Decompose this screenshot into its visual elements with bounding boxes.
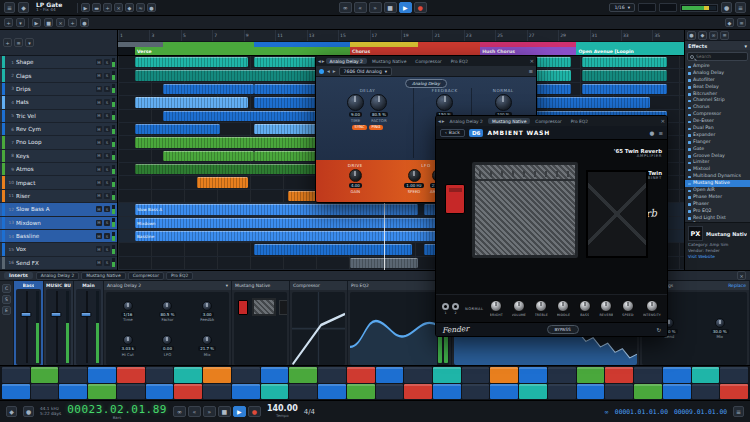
plugin-tab[interactable]: Mustang Native [368,58,410,64]
channel-mode-c[interactable]: C [2,284,11,293]
browser-item[interactable]: Open AIR [685,187,750,194]
tempo-display[interactable]: 140.00 Tempo [267,405,298,418]
toggle-chip[interactable]: PING [369,125,383,131]
track-header[interactable]: 9AtmosMS [0,163,117,176]
mixer-channel[interactable] [519,384,547,400]
knob[interactable] [202,301,212,311]
cabinet-image[interactable] [586,170,648,258]
knob[interactable] [715,318,725,328]
channel-fader[interactable] [76,289,101,365]
mixer-channel[interactable] [203,384,231,400]
mixer-channel[interactable] [174,384,202,400]
stop-button[interactable]: ■ [384,2,397,13]
knob[interactable] [123,335,133,345]
audio-clip[interactable] [254,244,412,254]
mixer-channel[interactable] [174,367,202,383]
solo-button[interactable]: S [104,73,110,79]
mute-button[interactable]: M [96,139,102,145]
audio-clip[interactable]: Bassline [135,231,475,241]
channel-mode-e[interactable]: E [2,306,11,315]
mixer-channel[interactable] [2,384,30,400]
grid-icon[interactable]: ≡ [737,18,746,27]
solo-button[interactable]: S [104,206,110,212]
stop-button[interactable]: ■ [218,406,231,417]
audio-clip[interactable] [197,177,248,187]
audio-clip[interactable]: Slow Bass A [135,204,418,214]
solo-button[interactable]: S [104,166,110,172]
knob[interactable] [162,301,172,311]
track-header[interactable]: 2ClapsMS [0,69,117,82]
mixer-channel[interactable] [347,384,375,400]
solo-button[interactable]: S [104,99,110,105]
mute-button[interactable]: M [96,220,102,226]
track-header[interactable]: 3DripsMS [0,83,117,96]
browser-item[interactable]: Chorus [685,104,750,111]
rec-button[interactable]: ● [248,406,261,417]
track-header[interactable]: 8KeysMS [0,150,117,163]
left-icon[interactable]: ◂ [438,118,441,124]
amp-knob[interactable] [535,300,547,312]
toggle-chip[interactable]: SYNC [352,125,367,131]
marker[interactable]: Chorus [350,47,480,55]
solo-button[interactable]: S [104,113,110,119]
insert-chip[interactable]: Mustang Native [81,272,125,280]
mustang-thumbnail[interactable] [234,292,287,365]
audio-clip[interactable] [163,151,254,161]
mustang-native-window[interactable]: ◂ ▸ Analog Delay 2Mustang NativeCompress… [435,115,668,337]
loop-button[interactable]: ∞ [173,406,186,417]
mixer-channel[interactable] [490,384,518,400]
loop-icon[interactable]: ∞ [604,409,609,415]
plugin-tab[interactable]: Pro EQ2 [567,118,592,124]
browser-item[interactable]: Multiband Dynamics [685,173,750,180]
arrow-tool-icon[interactable]: ▶ [32,18,41,27]
pedal-image[interactable] [445,184,465,214]
track-header[interactable]: 14BasslineMS [0,230,117,243]
mixer-channel[interactable] [117,367,145,383]
browser-item[interactable]: Limiter [685,159,750,166]
browser-item[interactable]: Red Light Dist [685,215,750,222]
prev-preset-icon[interactable]: ◂ [327,68,330,74]
amp-knob[interactable] [600,300,612,312]
mixer-channel[interactable] [663,384,691,400]
audio-clip[interactable] [135,70,344,80]
browser-item[interactable]: Gate [685,146,750,153]
mixer-channel[interactable] [289,384,317,400]
plugin-website-link[interactable]: Visit Website [688,254,747,259]
back-button[interactable]: ‹ Back [440,129,465,137]
track-header[interactable]: 4HatsMS [0,96,117,109]
mixer-channel[interactable] [548,367,576,383]
mute-button[interactable]: M [96,153,102,159]
play-button[interactable]: ▶ [233,406,246,417]
loops-tab-icon[interactable]: ∞ [709,31,718,40]
mixer-channel[interactable] [720,367,748,383]
solo-button[interactable]: S [104,220,110,226]
channel-strip[interactable]: Bass [14,281,44,367]
marker[interactable]: Verse [135,47,350,55]
performance-icon[interactable]: ≡ [733,406,744,417]
settings-icon[interactable]: ◆ [18,2,29,13]
edit-tool-icon-5[interactable]: ≈ [136,3,145,12]
knob[interactable] [347,94,364,111]
fwd-button[interactable]: » [369,2,382,13]
track-header[interactable]: 5Tric VelMS [0,110,117,123]
time-display[interactable]: 00023.02.01.89 Bars [67,404,167,420]
solo-button[interactable]: S [104,193,110,199]
edit-tool-icon-3[interactable]: × [114,3,123,12]
mute-button[interactable]: M [96,99,102,105]
marker[interactable]: Open Avenue [Loopin [576,47,684,55]
mixer-channel[interactable] [59,384,87,400]
plugin-tab[interactable]: Compressor [531,118,565,124]
mixer-channel[interactable] [88,384,116,400]
mute-tool-icon[interactable]: ● [80,18,89,27]
mixer-channel[interactable] [692,384,720,400]
channel-fader[interactable] [46,289,71,365]
solo-button[interactable]: S [104,246,110,252]
track-header[interactable]: 11RiserMS [0,190,117,203]
replace-icon[interactable]: ↻ [656,327,661,333]
browser-item[interactable]: Analog Delay [685,70,750,77]
mixer-channel[interactable] [462,384,490,400]
track-header[interactable]: 15VoxMS [0,243,117,256]
solo-button[interactable]: S [104,126,110,132]
mute-button[interactable]: M [96,73,102,79]
amp-knob[interactable] [557,300,569,312]
